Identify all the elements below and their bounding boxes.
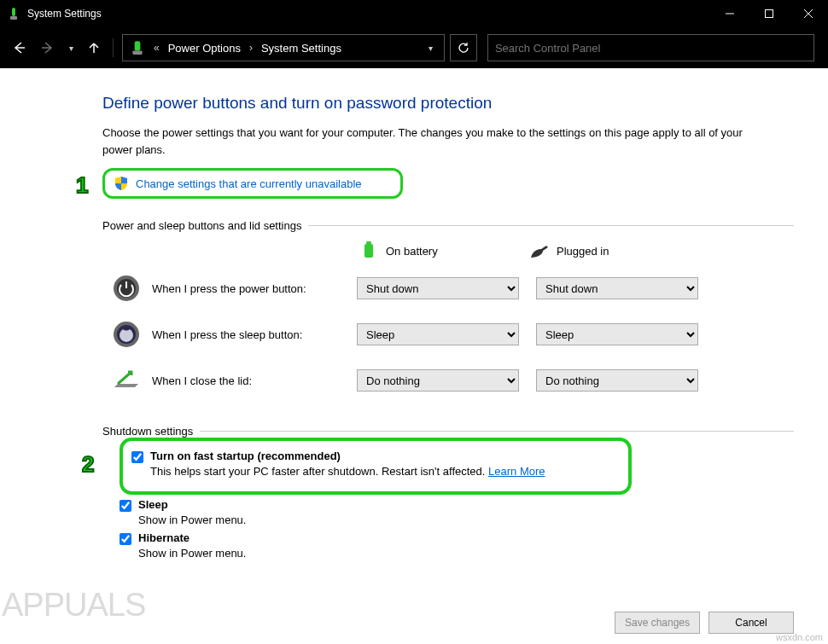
content-area: Define power buttons and turn on passwor…: [0, 68, 828, 565]
app-icon: [7, 7, 20, 20]
svg-rect-11: [366, 241, 371, 244]
breadcrumb[interactable]: « Power Options › System Settings ▾: [122, 34, 445, 61]
change-settings-link[interactable]: Change settings that are currently unava…: [136, 177, 362, 190]
forward-button[interactable]: [34, 34, 61, 61]
row-power-label: When I press the power button:: [152, 282, 357, 295]
fast-startup-desc: This helps start your PC faster after sh…: [150, 465, 618, 478]
battery-icon: [359, 241, 379, 261]
footer-buttons: Save changes Cancel: [615, 612, 794, 634]
row-close-lid: When I close the lid: Do nothing Do noth…: [102, 365, 794, 396]
annotation-2: 2: [82, 451, 94, 478]
cancel-button[interactable]: Cancel: [708, 612, 794, 634]
col-plugged-in: Plugged in: [529, 241, 700, 261]
svg-rect-0: [12, 8, 15, 16]
uac-shield-icon: [114, 176, 129, 191]
lid-battery-select[interactable]: Do nothing: [357, 369, 519, 392]
col-on-battery: On battery: [359, 241, 529, 261]
lid-plugged-select[interactable]: Do nothing: [536, 369, 698, 392]
breadcrumb-dropdown[interactable]: ▾: [422, 44, 440, 53]
close-lid-icon: [111, 365, 142, 396]
annotation-1: 1: [76, 172, 88, 199]
maximize-button[interactable]: [749, 0, 789, 27]
power-sleep-legend: Power and sleep buttons and lid settings: [102, 219, 308, 232]
power-button-icon: [111, 273, 142, 304]
save-changes-button[interactable]: Save changes: [615, 612, 700, 634]
page-heading: Define power buttons and turn on passwor…: [102, 94, 794, 113]
back-button[interactable]: [5, 34, 32, 61]
window-title: System Settings: [27, 8, 710, 20]
shutdown-section: Shutdown settings 2 Turn on fast startup…: [102, 425, 794, 565]
learn-more-link[interactable]: Learn More: [488, 465, 545, 478]
chevron-right-icon[interactable]: ›: [244, 42, 258, 54]
recent-dropdown[interactable]: ▾: [63, 34, 79, 61]
power-button-battery-select[interactable]: Shut down: [357, 277, 519, 299]
refresh-button[interactable]: [450, 34, 477, 61]
svg-rect-3: [766, 10, 773, 18]
col-battery-label: On battery: [386, 245, 438, 258]
col-plugged-label: Plugged in: [557, 245, 609, 258]
svg-rect-8: [135, 41, 141, 50]
fast-startup-desc-text: This helps start your PC faster after sh…: [150, 465, 488, 478]
fast-startup-label: Turn on fast startup (recommended): [150, 450, 341, 462]
fast-startup-checkbox[interactable]: [131, 451, 143, 463]
sleep-checkbox[interactable]: [120, 500, 131, 512]
nav-separator: [113, 38, 114, 57]
plug-icon: [529, 241, 550, 261]
fast-startup-box: 2 Turn on fast startup (recommended) Thi…: [120, 438, 632, 495]
hibernate-label: Hibernate: [138, 531, 190, 544]
row-lid-label: When I close the lid:: [152, 374, 357, 387]
navbar: ▾ « Power Options › System Settings ▾: [0, 27, 828, 68]
watermark-logo: APPUALS: [2, 587, 145, 624]
svg-rect-9: [132, 50, 142, 55]
row-sleep-label: When I press the sleep button:: [152, 328, 357, 341]
column-headers: On battery Plugged in: [359, 241, 794, 261]
hibernate-checkbox[interactable]: [120, 533, 131, 545]
power-button-plugged-select[interactable]: Shut down: [536, 277, 698, 299]
search-box[interactable]: [487, 34, 814, 61]
shutdown-legend: Shutdown settings: [102, 425, 200, 438]
power-sleep-section: Power and sleep buttons and lid settings…: [102, 219, 794, 411]
search-input[interactable]: [495, 42, 807, 55]
change-settings-link-row[interactable]: 1 Change settings that are currently una…: [102, 168, 403, 199]
svg-rect-10: [364, 244, 373, 258]
svg-rect-1: [10, 16, 17, 20]
sleep-desc: Show in Power menu.: [138, 513, 794, 526]
row-power-button: When I press the power button: Shut down…: [102, 273, 794, 304]
close-button[interactable]: [789, 0, 828, 27]
minimize-button[interactable]: [710, 0, 749, 27]
sleep-label: Sleep: [138, 498, 168, 511]
titlebar: System Settings: [0, 0, 828, 27]
sleep-button-plugged-select[interactable]: Sleep: [536, 323, 698, 345]
breadcrumb-item-system-settings[interactable]: System Settings: [258, 40, 345, 56]
hibernate-desc: Show in Power menu.: [138, 547, 794, 560]
page-intro: Choose the power settings that you want …: [102, 125, 760, 158]
sleep-button-icon: [111, 319, 142, 350]
breadcrumb-item-power-options[interactable]: Power Options: [165, 40, 244, 56]
row-sleep-button: When I press the sleep button: Sleep Sle…: [102, 319, 794, 350]
sleep-button-battery-select[interactable]: Sleep: [357, 323, 519, 345]
breadcrumb-prefix-chevron[interactable]: «: [149, 42, 165, 54]
up-button[interactable]: [80, 34, 108, 61]
breadcrumb-icon: [130, 40, 145, 55]
